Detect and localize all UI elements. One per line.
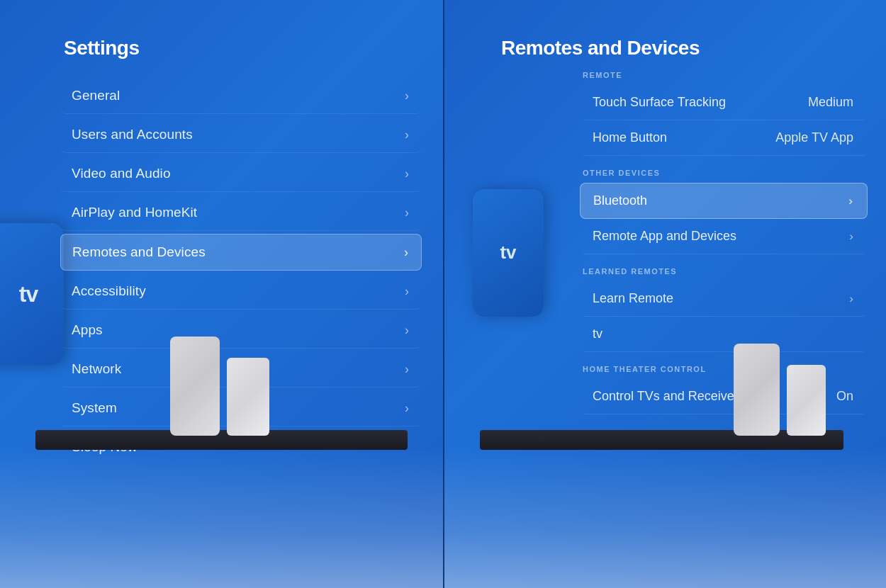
section-label-remote: REMOTE <box>583 71 865 79</box>
ground-decoration-right <box>444 446 886 588</box>
apple-tv-logo-right: tv <box>473 189 544 317</box>
tv-learned-item[interactable]: tv <box>583 317 865 352</box>
section-label-learned: LEARNED REMOTES <box>583 267 865 276</box>
right-panel: tv Remotes and Devices REMOTE Touch Surf… <box>443 0 886 588</box>
chevron-icon-remotes: › <box>404 245 408 260</box>
cylinder-left-2 <box>227 358 269 436</box>
learn-remote-item[interactable]: Learn Remote › <box>583 281 865 317</box>
chevron-icon-accessibility: › <box>405 284 409 299</box>
sidebar-item-general[interactable]: General › <box>60 78 422 114</box>
chevron-icon-airplay: › <box>405 205 409 220</box>
left-panel: tv Settings General › Users and Accounts… <box>0 0 443 588</box>
touch-surface-item[interactable]: Touch Surface Tracking Medium <box>583 85 865 120</box>
cylinder-left-1 <box>170 337 220 436</box>
sidebar-item-users-accounts[interactable]: Users and Accounts › <box>60 117 422 153</box>
sidebar-item-airplay[interactable]: AirPlay and HomeKit › <box>60 195 422 231</box>
settings-title: Settings <box>64 37 139 60</box>
home-button-right: Apple TV App <box>775 130 853 145</box>
home-button-item[interactable]: Home Button Apple TV App <box>583 120 865 156</box>
bluetooth-item[interactable]: Bluetooth › <box>580 183 868 219</box>
panel-divider <box>443 0 444 588</box>
chevron-icon-learn-remote: › <box>849 292 853 306</box>
ground-decoration-left <box>0 446 443 588</box>
remotes-content: REMOTE Touch Surface Tracking Medium Hom… <box>583 71 865 414</box>
learn-remote-right: › <box>841 292 853 306</box>
sidebar-item-video-audio[interactable]: Video and Audio › <box>60 156 422 192</box>
apple-tv-logo-left: tv <box>0 223 64 365</box>
chevron-icon-general: › <box>405 89 409 103</box>
sidebar-item-apps[interactable]: Apps › <box>60 312 422 349</box>
section-label-other: OTHER DEVICES <box>583 169 865 177</box>
cylinder-right-1 <box>734 344 780 436</box>
chevron-icon-system: › <box>405 401 409 416</box>
cylinder-right-2 <box>787 365 826 436</box>
chevron-icon-video: › <box>405 166 409 181</box>
tv-logo-text-left: tv <box>19 281 38 307</box>
chevron-icon-network: › <box>405 362 409 377</box>
soundbar-left <box>35 430 408 450</box>
remote-app-item[interactable]: Remote App and Devices › <box>583 219 865 254</box>
chevron-icon-apps: › <box>405 323 409 338</box>
sidebar-item-remotes[interactable]: Remotes and Devices › <box>60 234 422 271</box>
tv-logo-text-right: tv <box>500 242 516 264</box>
control-tvs-right: On <box>836 389 853 404</box>
chevron-icon-bluetooth: › <box>848 194 853 208</box>
bluetooth-right: › <box>840 194 853 208</box>
chevron-icon-remote-app: › <box>849 230 853 244</box>
touch-surface-right: Medium <box>808 95 853 110</box>
chevron-icon-users: › <box>405 128 409 142</box>
sidebar-item-accessibility[interactable]: Accessibility › <box>60 273 422 310</box>
remotes-devices-title: Remotes and Devices <box>501 37 700 60</box>
remote-app-right: › <box>841 230 853 244</box>
